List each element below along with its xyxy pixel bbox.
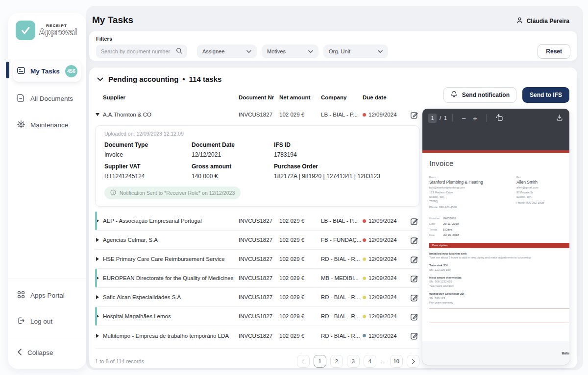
logout-icon (17, 316, 25, 327)
pagination: 1 to 8 of 114 records 1234...10 (95, 348, 419, 368)
pagination-ellipsis: ... (380, 355, 386, 368)
page-button[interactable]: 1 (314, 355, 326, 368)
caret-right-icon[interactable] (96, 276, 99, 280)
task-row[interactable]: Hospital Magalhães Lemos INVCUS1827 102 … (95, 307, 419, 326)
item-name: Toto sink 25l (429, 263, 563, 268)
edit-icon (410, 331, 418, 340)
user-name: Cláudia Pereira (527, 18, 569, 24)
send-to-ifs-button[interactable]: Send to IFS (522, 87, 569, 103)
uploaded-on: Uploaded on: 12/09/2023 12:12:09 (104, 131, 410, 137)
detail-field: Document TypeInvoice (104, 141, 192, 158)
edit-task-button[interactable] (409, 235, 419, 245)
sidebar-item-log-out[interactable]: Log out (13, 312, 81, 331)
invoice-title: Invoice (429, 159, 569, 167)
chevron-down-icon (378, 48, 383, 54)
notification-text: Notification Sent to *Receiver Role* on … (120, 190, 235, 196)
section-title: Pending accounting (108, 75, 178, 83)
zoom-in-button[interactable]: + (469, 115, 481, 122)
edit-task-button[interactable] (409, 254, 419, 264)
caret-right-icon[interactable] (96, 295, 99, 299)
task-list: Supplier Document Nr Net amount Company … (95, 89, 419, 368)
company-cell: LB - BIAL - P... (321, 218, 363, 224)
net-amount-cell: 102 029 € (279, 313, 321, 319)
task-row[interactable]: HSE Primary Care Care Reimbursement Serv… (95, 250, 419, 269)
meta-value: INV02081 (443, 216, 456, 221)
reset-button[interactable]: Reset (538, 44, 570, 59)
company-cell: LB - BIAL - P... (321, 112, 363, 117)
sidebar-collapse[interactable]: Collapse (13, 344, 81, 361)
edit-task-button[interactable] (409, 292, 419, 303)
net-amount-cell: 102 029 € (279, 294, 321, 300)
task-row-expanded[interactable]: A.A.Thornton & CO INVCUS1827 102 029 € L… (95, 106, 419, 123)
field-label: Document Date (192, 141, 274, 148)
due-date-cell: 12/09/2024 (363, 333, 401, 339)
detail-card: Uploaded on: 12/09/2023 12:12:09 Documen… (95, 125, 419, 207)
due-date-cell: 12/09/2024 (363, 218, 401, 224)
page-separator: / (440, 115, 441, 121)
page-button[interactable]: 10 (390, 355, 403, 368)
sidebar-bottom: Apps Portal Log out Collapse (8, 279, 86, 369)
caret-right-icon[interactable] (96, 314, 99, 318)
apps-grid-icon (17, 290, 25, 301)
org-unit-select[interactable]: Org. Unit (323, 45, 388, 58)
tasks-card: Pending accounting • 114 tasks Supplier … (89, 68, 577, 368)
sidebar-item-label: My Tasks (30, 68, 60, 75)
edit-task-button[interactable] (409, 311, 419, 322)
caret-down-icon[interactable] (96, 113, 99, 116)
page-button[interactable]: 2 (330, 355, 343, 368)
sidebar-item-all-documents[interactable]: All Documents (13, 89, 81, 108)
user-menu[interactable]: Cláudia Pereira (516, 17, 569, 25)
caret-right-icon[interactable] (96, 219, 99, 223)
invoice-meta-row: Terms5 Days (429, 227, 569, 233)
edit-task-button[interactable] (409, 330, 419, 341)
invoice-meta-row: DateJul 11, 2018 (429, 221, 569, 227)
page-button[interactable]: 3 (347, 355, 360, 368)
download-button[interactable] (556, 114, 564, 122)
edit-task-button[interactable] (409, 110, 419, 120)
status-dot (363, 258, 366, 261)
task-row[interactable]: Multitempo - Empresa de trabalho temporá… (95, 326, 419, 345)
col-due-date: Due date (363, 94, 401, 100)
edit-task-button[interactable] (409, 216, 419, 226)
balance-label: Balance (562, 352, 569, 355)
divider (486, 114, 487, 122)
send-notification-button[interactable]: Send notification (443, 87, 516, 103)
document-nr-cell: INVCUS1827 (239, 218, 279, 224)
page-button[interactable]: 4 (364, 355, 376, 368)
sidebar-item-apps-portal[interactable]: Apps Portal (13, 286, 81, 305)
chevron-left-icon (17, 349, 23, 357)
page-next-button[interactable] (407, 355, 419, 368)
rotate-button[interactable] (492, 114, 507, 122)
sidebar-item-my-tasks[interactable]: My Tasks 456 (13, 61, 81, 82)
caret-right-icon[interactable] (96, 238, 99, 242)
page-total: 1 (444, 115, 447, 121)
sidebar-item-label: Collapse (27, 349, 53, 356)
assignee-select[interactable]: Assignee (197, 45, 257, 58)
section-toggle[interactable]: Pending accounting • 114 tasks (97, 75, 221, 83)
task-row[interactable]: EUROPEAN Directorate for the Quality of … (95, 269, 419, 288)
field-value: 1783194 (274, 151, 410, 158)
current-page-input[interactable]: 1 (428, 114, 437, 123)
search-box[interactable] (96, 45, 187, 58)
item-line: File years warranty (429, 301, 563, 305)
caret-right-icon[interactable] (96, 334, 99, 338)
task-row[interactable]: Agencias Celmar, S.A INVCUS1827 102 029 … (95, 231, 419, 250)
task-row[interactable]: Safic Alcan Especialidades S.A INVCUS182… (95, 288, 419, 307)
caret-right-icon[interactable] (96, 257, 99, 261)
task-row[interactable]: AEP - Associação Empresarial Portugal IN… (95, 211, 419, 231)
zoom-out-button[interactable]: − (458, 115, 469, 122)
page-prev-button[interactable] (297, 355, 310, 368)
chevron-right-icon (410, 359, 415, 364)
motives-select[interactable]: Motives (262, 45, 318, 58)
document-nr-cell: INVCUS1827 (239, 275, 279, 281)
divider (429, 323, 569, 323)
edit-icon (410, 111, 418, 119)
sidebar-item-label: Maintenance (30, 121, 68, 129)
invoice-line-item: Nest smart thermostatSN: 908 1232 055Two… (429, 275, 563, 289)
field-label: Purchase Order (274, 163, 410, 170)
sidebar-item-maintenance[interactable]: Maintenance (13, 116, 81, 135)
invoice-line-item: Toto sink 25lSN: 123 109 109 (429, 263, 563, 272)
search-input[interactable] (101, 48, 176, 54)
company-cell: FB - FUNDAÇ... (321, 237, 363, 243)
edit-task-button[interactable] (409, 273, 419, 283)
